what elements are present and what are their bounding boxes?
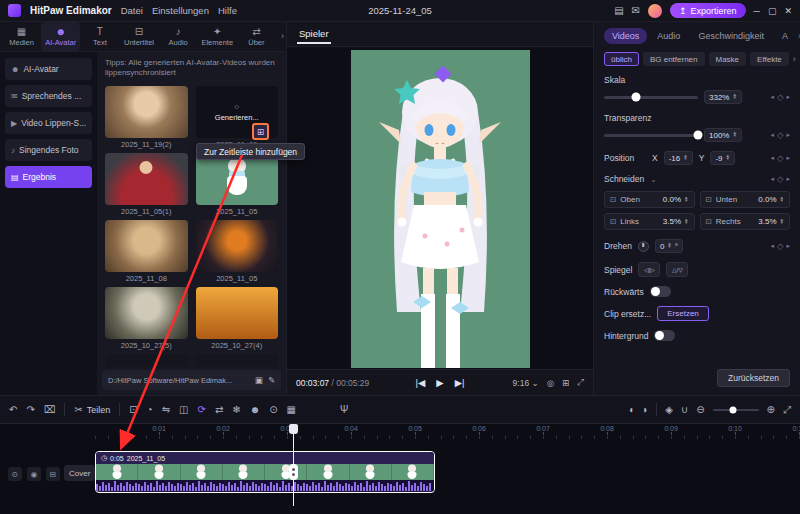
library-item-partial[interactable] [105,354,188,367]
rotate-tool-icon[interactable]: ⟳ [198,404,206,415]
play-icon[interactable]: ▶ [436,377,443,388]
scale-value[interactable]: 332%▲▼ [704,90,742,104]
mode-effekte[interactable]: Effekte [750,52,789,66]
menu-hilfe[interactable]: Hilfe [218,5,237,16]
library-item-partial[interactable] [196,354,279,367]
timeline-zoom-slider[interactable] [713,409,759,411]
background-toggle[interactable] [654,330,675,341]
keyframe-next-icon[interactable]: ▸ [786,154,790,162]
fade-in-icon[interactable]: ◖ [628,404,634,415]
menu-einstellungen[interactable]: Einstellungen [152,5,209,16]
crop-right-field[interactable]: ⊡Rechts3.5%▲▼ [700,213,791,230]
library-item[interactable]: 2025_11_19(2) [105,86,188,149]
sidebar-item-lippen-sync[interactable]: ▶Video Lippen-S... [5,112,92,134]
change-folder-icon[interactable]: ▣ [255,375,263,385]
keyframe-prev-icon[interactable]: ◂ [770,175,774,183]
add-to-timeline-button[interactable]: ⊞ [252,123,269,140]
delete-icon[interactable]: ⌧ [44,404,56,415]
tab-text[interactable]: TText [80,22,119,51]
mirror-tool-icon[interactable]: ⇄ [215,404,223,415]
sidebar-item-ai-avatar[interactable]: ☻AI-Avatar [5,58,92,80]
user-avatar[interactable] [648,4,662,18]
reverse-tool-icon[interactable]: ⇋ [162,404,170,415]
sidebar-item-ergebnis[interactable]: ▤Ergebnis [5,166,92,188]
position-x-field[interactable]: -16▲▼ [664,151,693,165]
timeline-clip[interactable]: ◷ 0:05 2025_11_05 [95,451,435,493]
freeze-frame-icon[interactable]: ◫ [179,404,188,415]
keyframe-icon[interactable]: ◇ [777,174,784,184]
library-thumb[interactable] [105,220,188,272]
edit-path-icon[interactable]: ✎ [268,375,275,385]
close-button[interactable]: ✕ [784,6,792,16]
redo-icon[interactable]: ↷ [26,404,34,415]
opacity-slider[interactable] [604,134,698,137]
keyframe-icon[interactable]: ◇ [777,92,784,102]
tab-audio[interactable]: Audio [649,28,688,44]
crop-tool-icon[interactable]: ⊡ [129,404,137,415]
keyframe-icon[interactable]: ◇ [777,153,784,163]
library-item[interactable]: 2025_11_05 [196,153,279,216]
playhead[interactable] [293,424,294,506]
track-visibility-icon[interactable]: ◉ [27,467,41,481]
crop-left-field[interactable]: ⊡Links3.5%▲▼ [604,213,695,230]
library-item[interactable]: 2025_11_05(1) [105,153,188,216]
avatar-tool-icon[interactable]: ☻ [250,404,261,415]
maximize-button[interactable]: ▢ [768,6,777,16]
library-thumb-partial[interactable] [105,354,188,367]
keyframe-prev-icon[interactable]: ◂ [770,131,774,139]
playhead-grip[interactable] [289,464,298,480]
zoom-out-icon[interactable]: ⊖ [696,404,704,415]
library-item[interactable]: 2025_10_27(4) [196,287,279,350]
undo-icon[interactable]: ↶ [9,404,17,415]
library-thumb[interactable] [105,86,188,138]
feedback-icon[interactable]: ✉ [632,5,640,16]
keyframe-next-icon[interactable]: ▸ [786,131,790,139]
tab-elemente[interactable]: ✦Elemente [198,22,237,51]
timeline-ruler[interactable]: 0:01 0:02 0:03 0:04 0:05 0:06 0:07 0:08 … [127,425,800,432]
tab-uebergaenge[interactable]: ⇄Über [237,22,276,51]
project-path-bar[interactable]: D:/HitPaw Software/HitPaw Edimak... ▣ ✎ [102,370,281,390]
rotate-knob[interactable] [638,241,649,252]
opacity-value[interactable]: 100%▲▼ [704,128,742,142]
tab-audio[interactable]: ♪Audio [159,22,198,51]
library-thumb[interactable] [196,287,279,339]
reset-button[interactable]: Zurücksetzen [717,369,790,387]
export-button[interactable]: ↥ Exportieren [670,3,746,18]
split-button[interactable]: ✂Teilen [74,404,110,415]
mode-ueblich[interactable]: üblich [604,52,639,66]
keyframe-tool-icon[interactable]: ◈ [665,404,673,415]
next-frame-icon[interactable]: ▶| [455,377,465,388]
record-tool-icon[interactable]: ⊙ [269,404,277,415]
cover-button[interactable]: Cover [64,465,95,481]
tab-geschwindigkeit[interactable]: Geschwindigkeit [690,28,772,44]
library-thumb[interactable] [105,287,188,339]
keyframe-icon[interactable]: ◇ [777,241,784,251]
keyframe-prev-icon[interactable]: ◂ [770,154,774,162]
microphone-icon[interactable]: Ψ [340,404,348,415]
crop-bottom-field[interactable]: ⊡Unten0.0%▲▼ [700,191,791,208]
keyframe-next-icon[interactable]: ▸ [786,175,790,183]
zoom-in-icon[interactable]: ⊕ [767,404,775,415]
keyframe-prev-icon[interactable]: ◂ [770,93,774,101]
tabs-overflow-chevron-icon[interactable]: › [281,31,284,41]
position-y-field[interactable]: -9▲▼ [710,151,735,165]
speed-tool-icon[interactable]: ◔ [147,404,153,415]
reverse-toggle[interactable] [650,286,671,297]
keyframe-icon[interactable]: ◇ [777,130,784,140]
keyframe-prev-icon[interactable]: ◂ [770,242,774,250]
keyframe-next-icon[interactable]: ▸ [786,242,790,250]
fade-out-icon[interactable]: ◗ [642,404,648,415]
scale-slider[interactable] [604,96,698,99]
tab-ai-avatar[interactable]: ☻AI-Avatar [41,22,80,51]
crop-chevron-icon[interactable]: ⌄ [650,175,656,184]
track-record-icon[interactable]: ⊙ [8,467,22,481]
layout-icon[interactable]: ▤ [614,5,623,16]
menu-datei[interactable]: Datei [121,5,143,16]
tab-videos[interactable]: Videos [604,28,647,44]
grid-icon[interactable]: ⊞ [562,378,569,388]
player-stage[interactable] [287,48,593,369]
prev-frame-icon[interactable]: |◀ [416,377,426,388]
library-item[interactable]: 2025_11_08 [105,220,188,283]
playhead-handle[interactable] [289,424,298,434]
aspect-ratio-select[interactable]: 9:16 ⌄ [513,378,539,388]
